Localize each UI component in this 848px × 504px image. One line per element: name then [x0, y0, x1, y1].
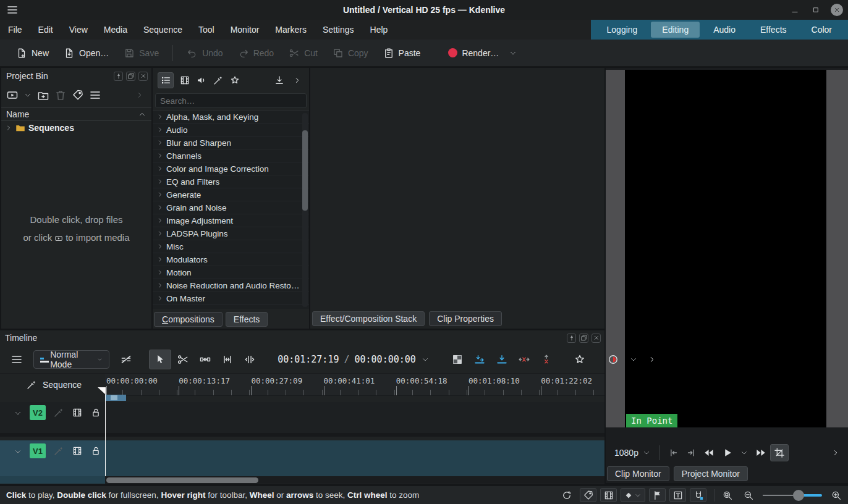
- effect-category-row[interactable]: Generate: [153, 188, 309, 201]
- timeline-scrollbar-thumb[interactable]: [106, 477, 258, 483]
- dock-close-button[interactable]: [591, 334, 601, 343]
- expander-chevron-icon[interactable]: [156, 282, 164, 289]
- monitor-video-frame[interactable]: In Point: [625, 70, 826, 427]
- workspace-tab[interactable]: Editing: [651, 22, 700, 38]
- tab-effect-composition-stack[interactable]: Effect/Composition Stack: [312, 311, 425, 326]
- add-clip-button[interactable]: [6, 89, 19, 101]
- bin-item-sequences[interactable]: Sequences: [1, 121, 151, 135]
- zoom-slider[interactable]: [763, 489, 822, 502]
- timeline-scrollbar[interactable]: [105, 476, 604, 484]
- track-v1[interactable]: V1: [0, 440, 604, 476]
- timeline-ruler[interactable]: 00:00:00:0000:00:13:1700:00:27:0900:00:4…: [105, 374, 604, 396]
- thumbnails-toggle-button[interactable]: [600, 488, 617, 502]
- menu-item[interactable]: File: [0, 20, 30, 40]
- workspace-tab[interactable]: Color: [800, 22, 843, 38]
- track-effects-icon[interactable]: [53, 445, 64, 456]
- dock-float-button[interactable]: [579, 334, 588, 343]
- lift-zone-button[interactable]: [536, 350, 557, 369]
- play-dropdown[interactable]: [737, 446, 752, 460]
- favorite-effects-button[interactable]: [569, 350, 590, 369]
- sequence-header[interactable]: Sequence: [0, 374, 105, 396]
- track-v2[interactable]: V2: [0, 402, 604, 437]
- maximize-button[interactable]: [810, 4, 822, 16]
- forward-button[interactable]: [752, 444, 770, 461]
- zone-handle[interactable]: [111, 395, 117, 400]
- extract-zone-button[interactable]: [514, 350, 535, 369]
- transparency-button[interactable]: [447, 350, 468, 369]
- timeline-menu-button[interactable]: [6, 350, 27, 369]
- effect-category-row[interactable]: Alpha, Mask, and Keying: [153, 111, 309, 124]
- timeline-timecode[interactable]: 00:01:27:19 / 00:00:00:00: [273, 354, 435, 365]
- create-folder-button[interactable]: [37, 89, 49, 101]
- menu-item[interactable]: Help: [362, 20, 396, 40]
- track-hide-icon[interactable]: [72, 407, 83, 418]
- track-effects-icon[interactable]: [53, 407, 64, 418]
- menu-item[interactable]: Monitor: [223, 20, 268, 40]
- go-to-zone-end-button[interactable]: [682, 445, 700, 461]
- dock-close-button[interactable]: [138, 72, 148, 81]
- minimize-button[interactable]: [789, 4, 801, 16]
- effect-category-row[interactable]: Blur and Sharpen: [153, 136, 309, 149]
- expander-chevron-icon[interactable]: [156, 256, 164, 263]
- tab-clip-monitor[interactable]: Clip Monitor: [607, 466, 669, 481]
- collapse-chevron-icon[interactable]: [14, 409, 22, 418]
- workspace-tab[interactable]: Effects: [749, 22, 798, 38]
- workspace-tab[interactable]: Audio: [702, 22, 747, 38]
- slip-tool-button[interactable]: [239, 350, 260, 369]
- close-button[interactable]: [831, 4, 843, 16]
- tab-clip-properties[interactable]: Clip Properties: [429, 311, 502, 326]
- effect-category-row[interactable]: Noise Reduction and Audio Resto…: [153, 279, 309, 292]
- titles-toggle-button[interactable]: [669, 488, 686, 502]
- expander-chevron-icon[interactable]: [156, 152, 164, 159]
- menu-item[interactable]: View: [61, 20, 96, 40]
- mix-clips-button[interactable]: [116, 350, 137, 369]
- tab-effects[interactable]: Effects: [226, 312, 268, 327]
- overwrite-zone-button[interactable]: [491, 350, 512, 369]
- edit-mode-select[interactable]: Normal Mode: [33, 350, 109, 369]
- expander-chevron-icon[interactable]: [156, 139, 164, 146]
- cut-button[interactable]: Cut: [282, 44, 324, 62]
- workspace-tab[interactable]: Logging: [596, 22, 649, 38]
- effect-category-row[interactable]: Grain and Noise: [153, 201, 309, 214]
- add-clip-dropdown[interactable]: [23, 91, 32, 99]
- render-button[interactable]: Render…: [442, 44, 505, 62]
- track-v1-badge[interactable]: V1: [30, 443, 46, 458]
- effects-scrollbar-thumb[interactable]: [302, 130, 308, 211]
- paste-button[interactable]: Paste: [377, 44, 427, 62]
- expander-chevron-icon[interactable]: [156, 178, 164, 185]
- zoom-fit-button[interactable]: [722, 490, 733, 501]
- effect-category-row[interactable]: Audio: [153, 124, 309, 136]
- effect-category-row[interactable]: EQ and Filters: [153, 175, 309, 188]
- effect-category-row[interactable]: Channels: [153, 149, 309, 162]
- expander-chevron-icon[interactable]: [156, 126, 164, 133]
- effects-scrollbar[interactable]: [302, 113, 308, 307]
- bin-more-button[interactable]: [135, 91, 144, 99]
- custom-effects-button[interactable]: [213, 75, 224, 86]
- rewind-button[interactable]: [700, 444, 718, 461]
- playhead-line[interactable]: [105, 394, 106, 476]
- zoom-slider-handle[interactable]: [793, 490, 804, 501]
- tag-button[interactable]: [72, 89, 84, 101]
- zone-mode-button[interactable]: [770, 444, 789, 461]
- effect-category-row[interactable]: Modulators: [153, 253, 309, 266]
- expander-chevron-icon[interactable]: [5, 124, 12, 132]
- menu-item[interactable]: Settings: [315, 20, 362, 40]
- effects-more-button[interactable]: [293, 76, 302, 85]
- copy-button[interactable]: Copy: [326, 44, 375, 62]
- timeline-more-button[interactable]: [643, 352, 661, 367]
- open-button[interactable]: Open…: [57, 44, 115, 62]
- tag-toggle-button[interactable]: [580, 488, 596, 502]
- expander-chevron-icon[interactable]: [156, 243, 164, 250]
- effect-category-row[interactable]: Image Adjustment: [153, 214, 309, 227]
- zoom-out-button[interactable]: [743, 490, 754, 501]
- refresh-button[interactable]: [561, 490, 572, 501]
- bin-options-button[interactable]: [89, 89, 101, 101]
- monitor-more-button[interactable]: [828, 446, 843, 460]
- track-lock-icon[interactable]: [90, 445, 101, 456]
- favorite-effects-button[interactable]: [229, 75, 240, 86]
- audio-effects-button[interactable]: [196, 75, 207, 86]
- track-v2-badge[interactable]: V2: [30, 405, 46, 420]
- collapse-chevron-icon[interactable]: [14, 447, 22, 456]
- save-button[interactable]: Save: [117, 44, 165, 62]
- insert-zone-button[interactable]: [469, 350, 490, 369]
